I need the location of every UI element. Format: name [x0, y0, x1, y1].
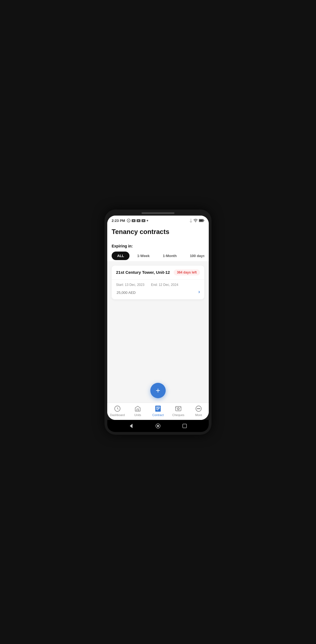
contract-dates: Start: 13 Dec, 2023 End: 12 Dec, 2024 — [116, 283, 200, 287]
svg-rect-9 — [204, 220, 204, 221]
contract-end-date: End: 12 Dec, 2024 — [151, 283, 178, 287]
units-icon — [134, 405, 141, 412]
nav-label-dashboard: Dashboard — [110, 413, 125, 417]
contract-icon — [154, 405, 162, 412]
bottom-nav: Dashboard Units — [107, 403, 209, 420]
svg-point-7 — [195, 222, 196, 222]
add-contract-button[interactable]: + — [150, 383, 166, 398]
more-icon — [195, 405, 202, 412]
nav-label-units: Units — [134, 413, 141, 417]
chevron-right-icon[interactable]: › — [198, 289, 200, 295]
dashboard-icon — [114, 405, 121, 412]
svg-rect-15 — [156, 408, 159, 408]
contract-amount: 25,000AED — [116, 288, 136, 295]
home-button[interactable] — [155, 423, 161, 429]
fab-container: + — [107, 378, 209, 403]
back-button[interactable] — [128, 423, 135, 429]
android-nav — [107, 420, 209, 432]
svg-rect-12 — [137, 409, 139, 411]
nav-item-dashboard[interactable]: Dashboard — [109, 405, 126, 417]
filter-tab-1month[interactable]: 1-Month — [157, 252, 182, 260]
filter-tab-100days[interactable]: 100 days — [184, 252, 204, 260]
svg-point-24 — [199, 408, 200, 409]
svg-marker-25 — [130, 424, 132, 428]
svg-rect-10 — [199, 220, 203, 222]
contract-name: 21st Century Tower, Unit-12 — [116, 270, 170, 275]
contract-card[interactable]: 21st Century Tower, Unit-12 364 days lef… — [112, 266, 204, 299]
contract-header: 21st Century Tower, Unit-12 364 days lef… — [112, 266, 204, 280]
page-title: Tenancy contracts — [107, 225, 209, 240]
svg-point-27 — [157, 425, 159, 427]
filter-tab-1week[interactable]: 1-Week — [132, 252, 155, 260]
nav-item-more[interactable]: More — [190, 405, 207, 417]
contract-footer: 25,000AED › — [116, 288, 200, 295]
cheques-icon: $ — [175, 405, 182, 412]
contract-amount-section: 25,000AED — [116, 288, 136, 295]
nav-label-more: More — [195, 413, 202, 417]
svg-text:$: $ — [178, 408, 179, 410]
svg-point-22 — [197, 408, 198, 409]
svg-rect-28 — [183, 424, 187, 428]
nav-item-contract[interactable]: Contract — [150, 405, 166, 417]
contract-details: Start: 13 Dec, 2023 End: 12 Dec, 2024 25… — [112, 280, 204, 299]
contract-start-date: Start: 13 Dec, 2023 — [116, 283, 144, 287]
svg-rect-14 — [156, 407, 160, 407]
svg-point-23 — [198, 408, 199, 409]
nav-label-cheques: Cheques — [172, 413, 184, 417]
days-left-badge: 364 days left — [174, 269, 200, 275]
svg-rect-13 — [155, 406, 161, 412]
filter-tab-all[interactable]: ALL — [112, 252, 129, 260]
status-bar: 2:23 PM — [107, 216, 209, 225]
nav-label-contract: Contract — [152, 413, 164, 417]
recents-button[interactable] — [181, 423, 188, 429]
nav-item-cheques[interactable]: $ Cheques — [170, 405, 187, 417]
currency: AED — [128, 291, 136, 295]
status-right — [190, 219, 204, 222]
status-time: 2:23 PM — [112, 219, 125, 223]
nav-item-units[interactable]: Units — [129, 405, 146, 417]
plus-icon: + — [156, 387, 160, 394]
phone-notch — [142, 212, 174, 214]
filter-tabs: ALL 1-Week 1-Month 100 days — [112, 252, 204, 261]
expiring-label: Expiring in: — [112, 244, 204, 248]
status-icons: • — [127, 218, 148, 224]
